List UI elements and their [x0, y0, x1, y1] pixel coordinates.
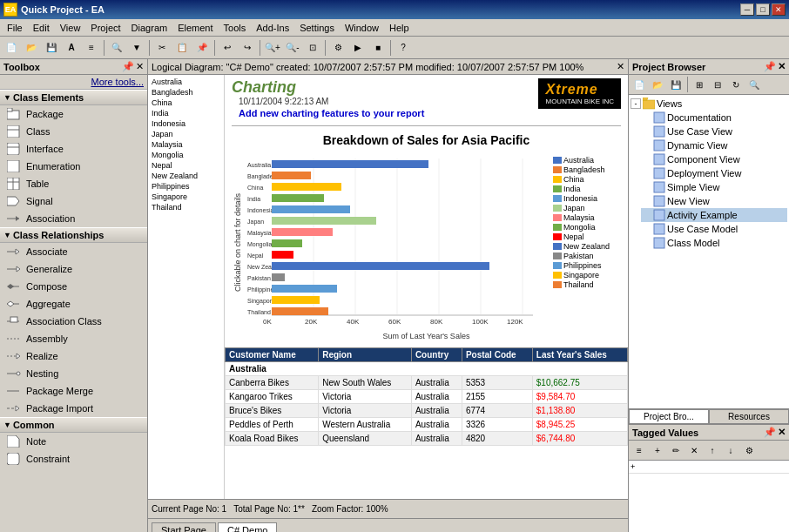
- tool-compose[interactable]: Compose: [0, 278, 147, 295]
- tool-association-class[interactable]: Association Class: [0, 313, 147, 330]
- tab-start-page[interactable]: Start Page: [152, 522, 216, 532]
- tv-btn-down[interactable]: ↓: [722, 442, 739, 458]
- tab-cs-demo[interactable]: C# Demo: [218, 522, 277, 532]
- section-common[interactable]: ▼ Common: [0, 417, 147, 433]
- tool-constraint[interactable]: Constraint: [0, 450, 147, 468]
- tb-stop[interactable]: ■: [368, 38, 388, 57]
- list-sidebar-item[interactable]: Thailand: [150, 202, 222, 212]
- tool-package-import[interactable]: Package Import: [0, 400, 147, 417]
- tb-run[interactable]: ▶: [348, 38, 368, 57]
- menu-window[interactable]: Window: [340, 21, 384, 35]
- tool-aggregate[interactable]: Aggregate: [0, 295, 147, 313]
- tool-package[interactable]: Package: [0, 105, 147, 123]
- tool-realize[interactable]: Realize: [0, 347, 147, 365]
- list-sidebar-item[interactable]: China: [150, 98, 222, 108]
- tree-item-activity-example[interactable]: Activity Example: [641, 208, 787, 222]
- tree-item-documentation[interactable]: Documentation: [641, 111, 787, 125]
- tool-generalize[interactable]: Generalize: [0, 260, 147, 278]
- tool-note[interactable]: Note: [0, 433, 147, 450]
- tool-nesting[interactable]: Nesting: [0, 365, 147, 382]
- tool-class[interactable]: Class: [0, 123, 147, 140]
- list-sidebar-item[interactable]: Indonesia: [150, 118, 222, 129]
- tree-root[interactable]: - Views: [631, 97, 787, 111]
- list-sidebar-item[interactable]: New Zealand: [150, 171, 222, 181]
- tb-paste[interactable]: 📌: [192, 38, 212, 57]
- list-sidebar-item[interactable]: Mongolia: [150, 150, 222, 160]
- tb-new[interactable]: 📄: [2, 38, 21, 57]
- menu-project[interactable]: Project: [85, 21, 125, 35]
- menu-file[interactable]: File: [2, 21, 28, 35]
- pb-btn-new[interactable]: 📄: [631, 77, 648, 92]
- tb-undo[interactable]: ↩: [218, 38, 237, 57]
- pb-btn-save[interactable]: 💾: [667, 77, 684, 92]
- menu-help[interactable]: Help: [384, 21, 415, 35]
- tv-btn-2[interactable]: +: [649, 442, 666, 458]
- title-bar-buttons[interactable]: ─ □ ✕: [740, 3, 786, 16]
- menu-view[interactable]: View: [55, 21, 86, 35]
- close-button[interactable]: ✕: [772, 3, 786, 16]
- list-sidebar-item[interactable]: Japan: [150, 129, 222, 139]
- tb-search[interactable]: 🔍: [107, 38, 126, 57]
- minimize-button[interactable]: ─: [740, 3, 754, 16]
- tree-item-component-view[interactable]: Component View: [641, 152, 787, 166]
- tb-redo[interactable]: ↪: [238, 38, 257, 57]
- pb-pin-icon[interactable]: 📌: [764, 61, 776, 72]
- menu-addins[interactable]: Add-Ins: [251, 21, 294, 35]
- tb-list[interactable]: ≡: [82, 38, 101, 57]
- diagram-close-icon[interactable]: ✕: [617, 61, 624, 72]
- tool-associate[interactable]: Associate: [0, 243, 147, 260]
- pb-close-icon[interactable]: ✕: [778, 61, 786, 72]
- menu-tools[interactable]: Tools: [219, 21, 252, 35]
- tree-item-dynamic-view[interactable]: Dynamic View: [641, 138, 787, 152]
- list-sidebar-item[interactable]: Malaysia: [150, 139, 222, 150]
- list-sidebar-item[interactable]: Singapore: [150, 192, 222, 202]
- toolbox-pin-icon[interactable]: 📌: [122, 61, 134, 72]
- pb-btn-refresh[interactable]: ↻: [727, 77, 745, 92]
- tb-settings[interactable]: ⚙: [328, 38, 347, 57]
- tb-bold[interactable]: A: [62, 38, 81, 57]
- tb-help[interactable]: ?: [394, 38, 413, 57]
- tool-assembly[interactable]: Assembly: [0, 330, 147, 347]
- tree-item-simple-view[interactable]: Simple View: [641, 180, 787, 194]
- tb-open[interactable]: 📂: [22, 38, 41, 57]
- tool-table[interactable]: Table: [0, 175, 147, 192]
- tb-zoomout[interactable]: 🔍-: [283, 38, 302, 57]
- tool-signal[interactable]: Signal: [0, 192, 147, 210]
- pb-tab-browser[interactable]: Project Bro...: [629, 409, 709, 424]
- tb-copy[interactable]: 📋: [172, 38, 192, 57]
- tv-btn-settings[interactable]: ⚙: [740, 442, 758, 458]
- tb-filter[interactable]: ▼: [127, 38, 146, 57]
- list-sidebar-item[interactable]: Nepal: [150, 160, 222, 171]
- tb-save[interactable]: 💾: [42, 38, 61, 57]
- tb-cut[interactable]: ✂: [152, 38, 172, 57]
- toolbox-close-icon[interactable]: ✕: [136, 61, 144, 72]
- pb-btn-collapse[interactable]: ⊟: [709, 77, 726, 92]
- tree-item-usecase-model[interactable]: Use Case Model: [641, 222, 787, 236]
- tv-pin-icon[interactable]: 📌: [764, 427, 776, 438]
- list-sidebar-item[interactable]: Bangladesh: [150, 87, 222, 98]
- tv-btn-edit[interactable]: ✏: [667, 442, 684, 458]
- menu-settings[interactable]: Settings: [294, 21, 340, 35]
- menu-element[interactable]: Element: [172, 21, 218, 35]
- section-class-relationships[interactable]: ▼ Class Relationships: [0, 227, 147, 243]
- tree-item-new-view[interactable]: New View: [641, 194, 787, 208]
- tb-zoomin[interactable]: 🔍+: [263, 38, 282, 57]
- tv-btn-up[interactable]: ↑: [704, 442, 721, 458]
- menu-edit[interactable]: Edit: [28, 21, 55, 35]
- list-sidebar-item[interactable]: Philippines: [150, 181, 222, 192]
- menu-diagram[interactable]: Diagram: [126, 21, 173, 35]
- maximize-button[interactable]: □: [756, 3, 770, 16]
- section-class-elements[interactable]: ▼ Class Elements: [0, 90, 147, 105]
- tool-interface[interactable]: Interface: [0, 140, 147, 158]
- more-tools-button[interactable]: More tools...: [0, 75, 147, 90]
- tb-zoomfit[interactable]: ⊡: [303, 38, 322, 57]
- tree-item-usecase-view[interactable]: Use Case View: [641, 125, 787, 138]
- tree-item-deployment-view[interactable]: Deployment View: [641, 166, 787, 180]
- tv-close-icon[interactable]: ✕: [778, 427, 786, 438]
- pb-btn-open[interactable]: 📂: [649, 77, 666, 92]
- tree-expander-root[interactable]: -: [631, 98, 641, 109]
- tv-btn-1[interactable]: ≡: [631, 442, 648, 458]
- tool-package-merge[interactable]: Package Merge: [0, 382, 147, 400]
- tool-association[interactable]: Association: [0, 210, 147, 227]
- pb-tab-resources[interactable]: Resources: [709, 409, 789, 424]
